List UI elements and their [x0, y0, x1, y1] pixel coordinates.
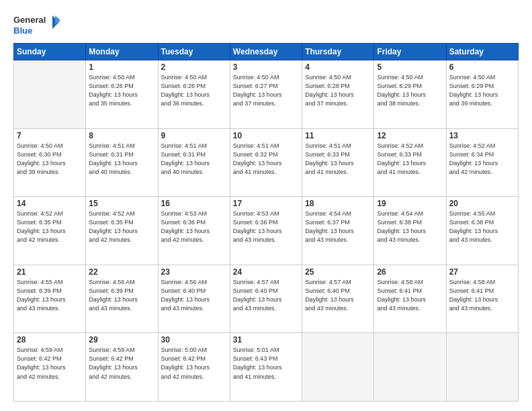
- day-number: 22: [89, 267, 154, 277]
- calendar-cell: 19Sunrise: 4:54 AM Sunset: 6:38 PM Dayli…: [374, 197, 446, 265]
- day-of-week-header: Saturday: [446, 44, 518, 60]
- day-of-week-header: Thursday: [302, 44, 374, 60]
- calendar-cell: 10Sunrise: 4:51 AM Sunset: 6:32 PM Dayli…: [230, 128, 302, 197]
- logo-svg: General Blue: [13, 12, 60, 38]
- day-number: 15: [89, 199, 154, 208]
- day-number: 26: [377, 267, 443, 277]
- calendar-cell: 5Sunrise: 4:50 AM Sunset: 6:29 PM Daylig…: [374, 60, 446, 129]
- day-number: 12: [377, 131, 443, 140]
- cell-content: Sunrise: 4:55 AM Sunset: 6:38 PM Dayligh…: [449, 210, 515, 244]
- cell-content: Sunrise: 4:59 AM Sunset: 6:42 PM Dayligh…: [17, 346, 83, 381]
- cell-content: Sunrise: 4:52 AM Sunset: 6:35 PM Dayligh…: [17, 210, 83, 244]
- calendar-cell: 31Sunrise: 5:01 AM Sunset: 6:43 PM Dayli…: [230, 333, 302, 402]
- calendar-cell: 2Sunrise: 4:50 AM Sunset: 6:26 PM Daylig…: [158, 60, 230, 129]
- day-number: 28: [17, 335, 83, 345]
- cell-content: Sunrise: 5:01 AM Sunset: 6:43 PM Dayligh…: [233, 346, 299, 381]
- cell-content: Sunrise: 4:50 AM Sunset: 6:26 PM Dayligh…: [89, 73, 154, 108]
- cell-content: Sunrise: 4:51 AM Sunset: 6:32 PM Dayligh…: [233, 142, 299, 177]
- calendar-cell: 29Sunrise: 4:59 AM Sunset: 6:42 PM Dayli…: [86, 333, 158, 402]
- calendar-cell: [446, 333, 518, 402]
- cell-content: Sunrise: 4:58 AM Sunset: 6:41 PM Dayligh…: [377, 278, 443, 313]
- calendar-cell: 25Sunrise: 4:57 AM Sunset: 6:40 PM Dayli…: [302, 265, 374, 333]
- page: General Blue SundayMondayTuesdayWednesda…: [0, 0, 532, 411]
- calendar-week-row: 28Sunrise: 4:59 AM Sunset: 6:42 PM Dayli…: [14, 333, 519, 402]
- cell-content: Sunrise: 4:52 AM Sunset: 6:33 PM Dayligh…: [377, 142, 443, 177]
- day-of-week-header: Sunday: [14, 44, 86, 60]
- day-number: 10: [233, 131, 299, 140]
- day-number: 20: [449, 199, 515, 208]
- calendar-cell: 18Sunrise: 4:54 AM Sunset: 6:37 PM Dayli…: [302, 197, 374, 265]
- day-number: 1: [89, 62, 154, 72]
- cell-content: Sunrise: 4:53 AM Sunset: 6:36 PM Dayligh…: [233, 210, 299, 244]
- day-of-week-header: Monday: [86, 44, 158, 60]
- calendar-cell: 4Sunrise: 4:50 AM Sunset: 6:28 PM Daylig…: [302, 60, 374, 129]
- calendar-cell: 23Sunrise: 4:56 AM Sunset: 6:40 PM Dayli…: [158, 265, 230, 333]
- cell-content: Sunrise: 4:50 AM Sunset: 6:26 PM Dayligh…: [161, 73, 227, 108]
- svg-text:Blue: Blue: [13, 26, 32, 36]
- cell-content: Sunrise: 5:00 AM Sunset: 6:42 PM Dayligh…: [161, 346, 227, 381]
- cell-content: Sunrise: 4:50 AM Sunset: 6:29 PM Dayligh…: [377, 73, 443, 108]
- day-number: 25: [305, 267, 371, 277]
- calendar-cell: 12Sunrise: 4:52 AM Sunset: 6:33 PM Dayli…: [374, 128, 446, 197]
- calendar-week-row: 7Sunrise: 4:50 AM Sunset: 6:30 PM Daylig…: [14, 128, 519, 197]
- calendar-header-row: SundayMondayTuesdayWednesdayThursdayFrid…: [14, 44, 519, 60]
- cell-content: Sunrise: 4:50 AM Sunset: 6:27 PM Dayligh…: [233, 73, 299, 108]
- calendar-cell: 21Sunrise: 4:55 AM Sunset: 6:39 PM Dayli…: [14, 265, 86, 333]
- cell-content: Sunrise: 4:56 AM Sunset: 6:40 PM Dayligh…: [161, 278, 227, 313]
- calendar-cell: 20Sunrise: 4:55 AM Sunset: 6:38 PM Dayli…: [446, 197, 518, 265]
- calendar-cell: 27Sunrise: 4:58 AM Sunset: 6:41 PM Dayli…: [446, 265, 518, 333]
- day-of-week-header: Wednesday: [230, 44, 302, 60]
- day-number: 17: [233, 199, 299, 208]
- cell-content: Sunrise: 4:52 AM Sunset: 6:35 PM Dayligh…: [89, 210, 154, 244]
- day-number: 23: [161, 267, 227, 277]
- calendar-cell: 15Sunrise: 4:52 AM Sunset: 6:35 PM Dayli…: [86, 197, 158, 265]
- day-number: 7: [17, 131, 83, 140]
- cell-content: Sunrise: 4:58 AM Sunset: 6:41 PM Dayligh…: [449, 278, 515, 313]
- day-number: 3: [233, 62, 299, 72]
- calendar-cell: 3Sunrise: 4:50 AM Sunset: 6:27 PM Daylig…: [230, 60, 302, 129]
- calendar-cell: [374, 333, 446, 402]
- calendar-cell: 7Sunrise: 4:50 AM Sunset: 6:30 PM Daylig…: [14, 128, 86, 197]
- cell-content: Sunrise: 4:51 AM Sunset: 6:33 PM Dayligh…: [305, 142, 371, 177]
- calendar-cell: 6Sunrise: 4:50 AM Sunset: 6:29 PM Daylig…: [446, 60, 518, 129]
- calendar-cell: 24Sunrise: 4:57 AM Sunset: 6:40 PM Dayli…: [230, 265, 302, 333]
- day-of-week-header: Tuesday: [158, 44, 230, 60]
- cell-content: Sunrise: 4:50 AM Sunset: 6:30 PM Dayligh…: [17, 142, 83, 177]
- day-number: 27: [449, 267, 515, 277]
- day-number: 11: [305, 131, 371, 140]
- calendar-cell: 8Sunrise: 4:51 AM Sunset: 6:31 PM Daylig…: [86, 128, 158, 197]
- cell-content: Sunrise: 4:51 AM Sunset: 6:31 PM Dayligh…: [161, 142, 227, 177]
- cell-content: Sunrise: 4:54 AM Sunset: 6:38 PM Dayligh…: [377, 210, 443, 244]
- day-number: 4: [305, 62, 371, 72]
- day-number: 5: [377, 62, 443, 72]
- day-number: 29: [89, 335, 154, 345]
- calendar-table: SundayMondayTuesdayWednesdayThursdayFrid…: [13, 43, 519, 402]
- calendar-cell: [302, 333, 374, 402]
- cell-content: Sunrise: 4:57 AM Sunset: 6:40 PM Dayligh…: [233, 278, 299, 313]
- calendar-cell: 13Sunrise: 4:52 AM Sunset: 6:34 PM Dayli…: [446, 128, 518, 197]
- day-number: 31: [233, 335, 299, 345]
- cell-content: Sunrise: 4:53 AM Sunset: 6:36 PM Dayligh…: [161, 210, 227, 244]
- calendar-cell: 26Sunrise: 4:58 AM Sunset: 6:41 PM Dayli…: [374, 265, 446, 333]
- day-number: 19: [377, 199, 443, 208]
- cell-content: Sunrise: 4:54 AM Sunset: 6:37 PM Dayligh…: [305, 210, 371, 244]
- calendar-cell: 30Sunrise: 5:00 AM Sunset: 6:42 PM Dayli…: [158, 333, 230, 402]
- calendar-cell: 17Sunrise: 4:53 AM Sunset: 6:36 PM Dayli…: [230, 197, 302, 265]
- day-number: 13: [449, 131, 515, 140]
- calendar-cell: 28Sunrise: 4:59 AM Sunset: 6:42 PM Dayli…: [14, 333, 86, 402]
- calendar-cell: 22Sunrise: 4:56 AM Sunset: 6:39 PM Dayli…: [86, 265, 158, 333]
- calendar-cell: 11Sunrise: 4:51 AM Sunset: 6:33 PM Dayli…: [302, 128, 374, 197]
- day-number: 24: [233, 267, 299, 277]
- cell-content: Sunrise: 4:52 AM Sunset: 6:34 PM Dayligh…: [449, 142, 515, 177]
- calendar-cell: 9Sunrise: 4:51 AM Sunset: 6:31 PM Daylig…: [158, 128, 230, 197]
- calendar-week-row: 1Sunrise: 4:50 AM Sunset: 6:26 PM Daylig…: [14, 60, 519, 129]
- calendar-cell: 16Sunrise: 4:53 AM Sunset: 6:36 PM Dayli…: [158, 197, 230, 265]
- day-number: 2: [161, 62, 227, 72]
- calendar-week-row: 14Sunrise: 4:52 AM Sunset: 6:35 PM Dayli…: [14, 197, 519, 265]
- day-number: 30: [161, 335, 227, 345]
- day-number: 8: [89, 131, 154, 140]
- cell-content: Sunrise: 4:50 AM Sunset: 6:29 PM Dayligh…: [449, 73, 515, 108]
- calendar-cell: [14, 60, 86, 129]
- svg-text:General: General: [13, 15, 46, 25]
- day-number: 21: [17, 267, 83, 277]
